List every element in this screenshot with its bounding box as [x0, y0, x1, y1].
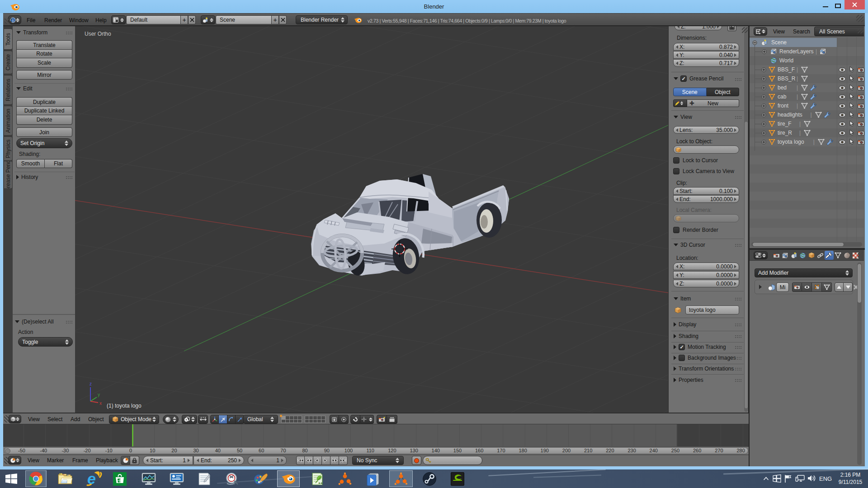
svg-text:z: z: [90, 381, 92, 386]
svg-text:x: x: [99, 401, 102, 406]
svg-text:y: y: [98, 392, 100, 397]
svg-text:++: ++: [318, 481, 323, 485]
